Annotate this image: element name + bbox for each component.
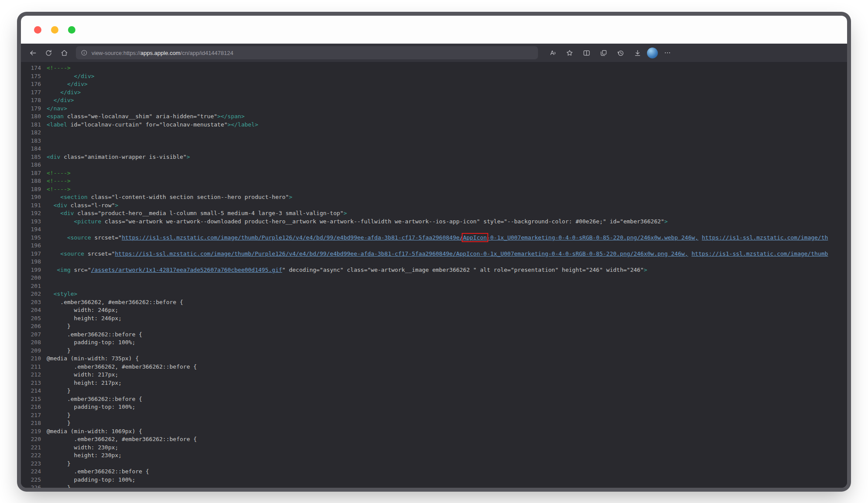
- source-line: 200: [21, 274, 847, 282]
- back-icon: [29, 49, 37, 57]
- source-link[interactable]: -0-1x_U007emarketing-0-4-0-sRGB-0-85-220…: [487, 234, 698, 241]
- source-line: 193 <picture class="we-artwork we-artwor…: [21, 218, 847, 226]
- source-token: <div: [47, 210, 74, 216]
- source-token: <span: [47, 113, 64, 120]
- titlebar[interactable]: [21, 16, 847, 44]
- address-bar[interactable]: view-source:https://apps.apple.com/cn/ap…: [76, 46, 538, 59]
- source-token: width: 230px;: [47, 444, 118, 451]
- line-content: <section class="l-content-width section …: [41, 193, 293, 202]
- line-content: }: [41, 411, 71, 420]
- source-line: 212 width: 217px;: [21, 371, 847, 379]
- source-token: <!---->: [47, 65, 71, 71]
- line-content: height: 246px;: [41, 315, 122, 323]
- source-token: <div: [47, 202, 67, 209]
- line-number: 206: [21, 322, 41, 331]
- source-line: 185<div class="animation-wrapper is-visi…: [21, 153, 847, 161]
- source-link[interactable]: /assets/artwork/1x1-42817eea7ade52607a76…: [91, 267, 282, 273]
- line-number: 189: [21, 185, 41, 194]
- close-button[interactable]: [34, 26, 41, 34]
- home-button[interactable]: [57, 46, 71, 60]
- line-content: [41, 137, 47, 145]
- minimize-button[interactable]: [51, 26, 58, 34]
- source-token: srcset=": [91, 234, 122, 241]
- line-content: <source srcset="https://is1-ssl.mzstatic…: [41, 234, 828, 242]
- source-line: 224 .ember366262::before {: [21, 468, 847, 476]
- line-content: padding-top: 100%;: [41, 403, 136, 411]
- source-line: 203 .ember366262, #ember366262::before {: [21, 298, 847, 307]
- source-code: 174<!---->175 </div>176 </div>177 </div>…: [21, 64, 847, 488]
- source-line: 215 .ember366262::before {: [21, 395, 847, 404]
- source-token: class="animation-wrapper is-visible": [60, 154, 187, 160]
- line-content: width: 246px;: [41, 306, 118, 315]
- source-token: }: [47, 460, 71, 467]
- favorites-star-icon: [565, 49, 574, 57]
- profile-avatar[interactable]: [647, 48, 658, 58]
- source-line: 205 height: 246px;: [21, 315, 847, 323]
- zoom-button[interactable]: [68, 26, 75, 34]
- split-screen-button[interactable]: [579, 46, 594, 60]
- history-button[interactable]: [613, 46, 628, 60]
- source-token: <!---->: [47, 178, 71, 184]
- source-link[interactable]: https://is1-ssl.mzstatic.com/image/thumb…: [115, 250, 688, 257]
- source-token: width: 246px;: [47, 307, 118, 313]
- url-domain: apps.apple.com: [140, 50, 180, 56]
- source-token: class="product-hero__media l-column smal…: [74, 210, 344, 216]
- back-button[interactable]: [25, 46, 40, 60]
- line-content: </div>: [41, 72, 95, 81]
- line-number: 208: [21, 339, 41, 347]
- favorites-button[interactable]: [562, 46, 577, 60]
- line-content: </nav>: [41, 105, 67, 113]
- source-line: 216 padding-top: 100%;: [21, 403, 847, 411]
- line-number: 219: [21, 428, 41, 436]
- source-token: </div>: [47, 97, 74, 103]
- line-number: 212: [21, 371, 41, 379]
- more-menu-button[interactable]: [660, 46, 675, 60]
- source-line: 222 height: 230px;: [21, 452, 847, 460]
- source-token: >: [344, 210, 347, 216]
- source-token: ></label>: [228, 121, 258, 128]
- line-content: [41, 129, 47, 137]
- line-number: 225: [21, 476, 41, 484]
- source-line: 175 </div>: [21, 72, 847, 81]
- source-link[interactable]: https://is1-ssl.mzstatic.com/image/thumb: [691, 250, 828, 257]
- source-line: 181<label id="localnav-curtain" for="loc…: [21, 121, 847, 129]
- line-content: </div>: [41, 89, 81, 97]
- source-line: 204 width: 246px;: [21, 306, 847, 315]
- source-token: padding-top: 100%;: [47, 404, 136, 410]
- read-aloud-button[interactable]: [545, 46, 560, 60]
- line-number: 186: [21, 161, 41, 169]
- downloads-button[interactable]: [630, 46, 645, 60]
- collections-button[interactable]: [596, 46, 611, 60]
- source-line: 195 <source srcset="https://is1-ssl.mzst…: [21, 234, 847, 242]
- line-number: 213: [21, 379, 41, 387]
- page-info-icon[interactable]: [81, 49, 88, 56]
- source-link[interactable]: https://is1-ssl.mzstatic.com/image/thumb…: [122, 234, 463, 241]
- source-token: .ember366262, #ember366262::before {: [47, 436, 197, 442]
- line-content: }: [41, 322, 71, 331]
- source-line: 211 .ember366262, #ember366262::before {: [21, 363, 847, 371]
- refresh-button[interactable]: [41, 46, 56, 60]
- source-token: >: [664, 218, 668, 225]
- read-aloud-icon: [548, 49, 557, 57]
- source-token: }: [47, 387, 71, 394]
- source-line: 196: [21, 242, 847, 250]
- line-content: <style>: [41, 290, 77, 298]
- line-number: 183: [21, 137, 41, 145]
- line-number: 211: [21, 363, 41, 371]
- source-line: 178 </div>: [21, 96, 847, 105]
- source-token: width: 217px;: [47, 371, 118, 378]
- line-content: .ember366262::before {: [41, 331, 142, 339]
- url-text: view-source:https://apps.apple.com/cn/ap…: [92, 50, 233, 56]
- line-content: @media (min-width: 1069px) {: [41, 428, 142, 436]
- source-line: 221 width: 230px;: [21, 444, 847, 452]
- view-source-content: 174<!---->175 </div>176 </div>177 </div>…: [21, 62, 847, 488]
- source-token: </div>: [47, 81, 88, 87]
- line-number: 181: [21, 121, 41, 129]
- source-link[interactable]: https://is1-ssl.mzstatic.com/image/th: [702, 234, 828, 241]
- source-token: </div>: [47, 73, 95, 79]
- source-token: class="we-localnav__shim" aria-hidden="t…: [64, 113, 217, 120]
- line-content: }: [41, 419, 71, 428]
- appicon-highlighted-link-text[interactable]: AppIcon: [463, 234, 487, 241]
- source-token: .ember366262, #ember366262::before {: [47, 363, 197, 370]
- source-line: 183: [21, 137, 847, 145]
